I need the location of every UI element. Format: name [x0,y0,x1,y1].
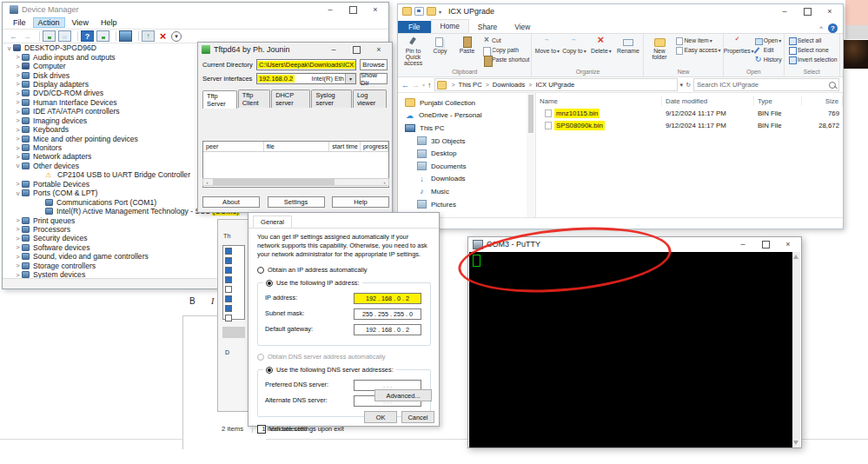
toolbar-icon[interactable] [74,31,78,41]
ribbon-button[interactable]: Open [754,36,782,45]
tree-expand-icon[interactable] [14,253,22,261]
minimize-button[interactable]: – [319,3,341,17]
ribbon-button[interactable]: New item [674,36,720,45]
recent-locations-icon[interactable]: ▾ [422,82,425,88]
checkbox-checked[interactable] [225,267,232,274]
tree-expand-icon[interactable] [14,216,22,224]
maximize-button[interactable] [341,3,364,17]
ribbon-button[interactable]: Pin to Quick access [400,36,427,66]
tree-expand-icon[interactable] [14,98,22,106]
breadcrumb-segment[interactable]: This PC [448,81,482,89]
maximize-button[interactable] [754,237,777,251]
ribbon-button[interactable]: Properties [726,36,752,54]
close-button[interactable]: × [368,43,390,56]
tree-expand-icon[interactable] [14,71,22,79]
ribbon-tab[interactable]: View [506,21,539,33]
minimize-button[interactable]: – [322,43,345,56]
nav-item[interactable]: Music [398,185,527,198]
tftpd64-titlebar[interactable]: Tftpd64 by Ph. Jounin – × [198,43,392,56]
ribbon-button[interactable]: Paste [454,36,480,66]
folder-icon[interactable] [427,7,436,16]
checked-document-icon[interactable] [414,7,424,16]
file-row[interactable]: SPS08090k.bin 9/12/2024 11:17 PM BIN Fil… [536,119,843,131]
checkbox-unchecked[interactable] [225,315,232,321]
menu-item[interactable]: Help [96,17,123,28]
column-header[interactable]: start time [329,142,361,151]
toolbar-icon[interactable] [8,31,19,41]
toolbar-icon[interactable] [43,30,56,42]
dialog-button[interactable]: Help [332,196,389,208]
column-header[interactable]: peer [203,142,264,151]
scroll-left-icon[interactable]: ‹ [203,180,211,185]
ip-octet-field[interactable]: 192 . 168 . 0 . 2 [354,293,421,304]
nav-item[interactable]: Pictures [398,198,527,211]
ok-button[interactable]: OK [364,411,397,423]
column-header-size[interactable]: Size [802,96,843,106]
ribbon-button[interactable]: Delete [587,36,614,54]
tree-expand-icon[interactable] [14,108,22,116]
column-header-type[interactable]: Type [754,96,802,106]
toolbar-icon[interactable] [58,30,71,42]
ribbon-button[interactable]: Cut [482,36,529,45]
tree-expand-icon[interactable] [14,153,22,161]
ribbon-button[interactable]: Rename [614,36,641,54]
qat-customize-icon[interactable]: ▾ [439,9,441,15]
nav-item[interactable]: Documents [398,160,527,173]
scrollbar-thumb[interactable] [213,179,335,185]
checkbox-checked[interactable] [225,257,232,264]
close-button[interactable]: × [818,4,841,18]
toolbar-icon[interactable] [119,30,132,42]
checkbox-checked[interactable] [225,295,232,302]
nav-item[interactable]: OneDrive - Personal [398,109,527,123]
nav-item[interactable]: Downloads [398,173,527,186]
scroll-up-icon[interactable] [793,255,798,259]
toolbar-icon[interactable] [171,31,182,42]
tree-expand-icon[interactable] [14,235,22,242]
tree-expand-icon[interactable] [14,162,22,169]
back-icon[interactable]: ← [401,81,409,89]
server-interface-combo[interactable]: 192.168.0.2 Intel(R) Eth ▾ [256,73,356,84]
tftpd64-tab[interactable]: Log viewer [353,89,387,108]
explorer-titlebar[interactable]: ▾ ICX UPgrade – × [398,4,843,18]
scrollbar-thumb[interactable] [528,95,533,133]
menu-item[interactable]: File [8,17,31,28]
checkbox-checked[interactable] [225,305,232,312]
close-button[interactable]: × [364,3,387,17]
breadcrumb-segment[interactable]: ICX UPgrade [525,81,574,89]
browse-button[interactable]: Browse [360,59,388,70]
checkbox-unchecked[interactable] [225,286,232,293]
folder-icon[interactable] [402,7,412,16]
ribbon-button[interactable]: Easy access [674,45,720,55]
search-icon[interactable] [829,82,836,89]
cancel-button[interactable]: Cancel [401,411,434,423]
refresh-icon[interactable]: ↻ [686,82,691,89]
ribbon-button[interactable]: Copy path [482,45,529,55]
horizontal-scrollbar[interactable]: ‹ › [202,178,389,186]
ribbon-tab[interactable]: File [398,21,431,33]
menu-item[interactable]: Action [33,17,65,28]
maximize-button[interactable] [345,43,368,56]
nav-item[interactable]: Desktop [398,147,527,160]
ribbon-button[interactable]: Edit [754,45,782,55]
radio-obtain-dns[interactable] [257,354,264,361]
tree-expand-icon[interactable] [14,243,22,251]
ribbon-collapse-icon[interactable]: ^ [819,24,823,32]
tree-expand-icon[interactable] [14,262,22,269]
forward-icon[interactable]: → [412,81,420,89]
chevron-down-icon[interactable]: ▾ [345,74,355,83]
checkbox-checked[interactable] [225,248,232,255]
tree-expand-icon[interactable] [5,44,13,52]
checkbox-checked[interactable] [225,276,232,283]
terminal-scrollbar[interactable] [792,252,800,447]
minimize-button[interactable]: – [732,237,754,251]
toolbar-icon[interactable] [112,31,116,41]
bold-button[interactable]: B [189,296,195,306]
ribbon-tab[interactable]: Share [469,21,506,33]
ribbon-button[interactable]: Move to [533,36,560,54]
column-header[interactable]: progress [361,142,388,151]
radio-use-dns[interactable] [266,367,273,374]
minimize-button[interactable]: – [773,4,796,18]
up-icon[interactable]: ↑ [427,81,432,89]
toolbar-icon[interactable] [157,31,169,41]
nav-item[interactable]: Punjabi Collection [398,96,527,109]
